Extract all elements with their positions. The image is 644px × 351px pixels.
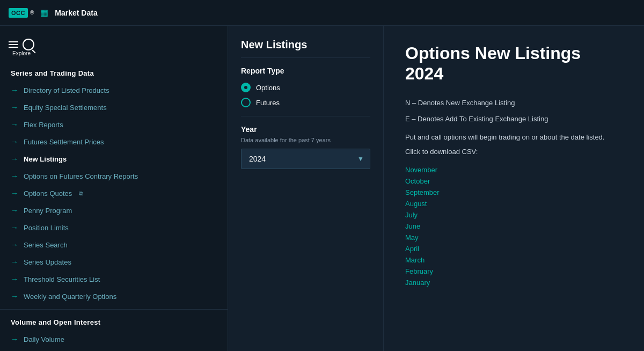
info-line-2: E – Denotes Add To Existing Exchange Lis…: [405, 113, 623, 125]
data-available-text: Data available for the past 7 years: [241, 137, 370, 143]
middle-panel-title: New Listings: [241, 39, 370, 58]
month-link-february[interactable]: February: [405, 266, 623, 277]
sidebar-item-futures-settlement[interactable]: → Futures Settlement Prices: [0, 133, 228, 150]
sidebar-item-label: Equity Special Settlements: [24, 104, 107, 112]
sidebar-item-penny-program[interactable]: → Penny Program: [0, 202, 228, 219]
arrow-icon: →: [11, 172, 18, 180]
sidebar-item-series-updates[interactable]: → Series Updates: [0, 253, 228, 270]
occ-logo: OCC: [9, 8, 28, 18]
radio-circle-futures: [241, 98, 251, 107]
chart-icon: ▦: [40, 8, 48, 18]
sidebar-item-flex[interactable]: → Flex Reports: [0, 116, 228, 133]
year-select-wrapper: 2024 2023 2022 2021 2020 2019 2018 ▼: [241, 149, 370, 169]
month-link-october[interactable]: October: [405, 176, 623, 187]
arrow-icon: →: [11, 223, 18, 232]
sidebar-item-label: Futures Settlement Prices: [24, 138, 104, 146]
arrow-icon: →: [11, 103, 18, 112]
radio-circle-options: [241, 83, 251, 92]
main-layout: Explore Series and Trading Data → Direct…: [0, 26, 644, 351]
sidebar-item-label: Series Search: [24, 241, 68, 249]
sidebar-item-weekly-quarterly[interactable]: → Weekly and Quarterly Options: [0, 288, 228, 305]
arrow-icon: →: [11, 86, 18, 94]
sidebar-item-label: Options Quotes: [24, 189, 72, 198]
radio-label-options: Options: [256, 84, 280, 92]
sidebar-item-options-quotes[interactable]: → Options Quotes ⧉: [0, 185, 228, 202]
month-link-august[interactable]: August: [405, 198, 623, 209]
sidebar-item-new-listings[interactable]: → New Listings: [0, 150, 228, 167]
sidebar-item-label: Directory of Listed Products: [24, 86, 109, 94]
sidebar-item-label: Daily Volume: [24, 335, 64, 343]
sidebar-item-label: Weekly and Quarterly Options: [24, 292, 116, 301]
report-type-label: Report Type: [241, 67, 370, 75]
arrow-icon: →: [11, 240, 18, 249]
info-line-1: N – Denotes New Exchange Listing: [405, 97, 623, 109]
radio-futures[interactable]: Futures: [241, 98, 370, 107]
month-link-may[interactable]: May: [405, 232, 623, 243]
sidebar-item-equity[interactable]: → Equity Special Settlements: [0, 99, 228, 116]
sidebar-item-label: New Listings: [24, 155, 67, 163]
section2-title: Volume and Open Interest: [0, 314, 228, 331]
sidebar-item-label: Options on Futures Contrary Reports: [24, 172, 138, 180]
search-icon: [23, 39, 34, 50]
sidebar-item-options-futures-contrary[interactable]: → Options on Futures Contrary Reports: [0, 167, 228, 185]
year-label: Year: [241, 125, 370, 134]
month-link-june[interactable]: June: [405, 221, 623, 232]
sidebar-item-label: Threshold Securities List: [24, 275, 100, 283]
sidebar-item-label: Position Limits: [24, 224, 69, 232]
sidebar-item-label: Penny Program: [24, 207, 72, 215]
sidebar-item-label: Flex Reports: [24, 121, 63, 129]
sidebar-item-directory[interactable]: → Directory of Listed Products: [0, 82, 228, 99]
month-link-march[interactable]: March: [405, 254, 623, 266]
explore-button[interactable]: Explore: [9, 39, 34, 56]
arrow-icon: →: [11, 137, 18, 146]
topbar-title: Market Data: [55, 9, 97, 17]
radio-options[interactable]: Options: [241, 83, 370, 92]
month-link-september[interactable]: September: [405, 187, 623, 198]
sidebar-item-daily-volume[interactable]: → Daily Volume: [0, 331, 228, 348]
section1-title: Series and Trading Data: [0, 65, 228, 82]
csv-text: Click to download CSV:: [405, 148, 623, 156]
panel-divider: [241, 116, 370, 116]
sidebar-item-series-search[interactable]: → Series Search: [0, 236, 228, 253]
month-link-april[interactable]: April: [405, 243, 623, 254]
sidebar-item-position-limits[interactable]: → Position Limits: [0, 219, 228, 236]
right-panel: Options New Listings 2024 N – Denotes Ne…: [384, 26, 644, 351]
arrow-icon: →: [11, 292, 18, 301]
explore-label: Explore: [12, 50, 31, 56]
put-call-text: Put and call options will begin trading …: [405, 131, 623, 143]
sidebar-divider: [0, 309, 228, 310]
occ-dot: ®: [30, 10, 34, 16]
radio-label-futures: Futures: [256, 99, 280, 107]
month-link-july[interactable]: July: [405, 209, 623, 221]
arrow-icon: →: [11, 206, 18, 215]
right-panel-title: Options New Listings 2024: [405, 43, 623, 84]
arrow-icon: →: [11, 275, 18, 283]
arrow-icon: →: [11, 189, 18, 198]
sidebar: Explore Series and Trading Data → Direct…: [0, 26, 228, 351]
arrow-icon: →: [11, 258, 18, 266]
report-type-group: Options Futures: [241, 83, 370, 107]
sidebar-item-exchange-volume[interactable]: → Exchange Volume by Class: [0, 348, 228, 351]
year-select[interactable]: 2024 2023 2022 2021 2020 2019 2018: [241, 149, 370, 169]
hamburger-icon: [9, 41, 18, 48]
explore-section: Explore: [0, 34, 228, 65]
arrow-icon: →: [11, 335, 18, 343]
external-link-icon: ⧉: [79, 190, 83, 197]
arrow-icon: →: [11, 120, 18, 129]
middle-panel: New Listings Report Type Options Futures…: [228, 26, 384, 351]
arrow-icon: →: [11, 155, 18, 163]
topbar: OCC ® ▦ Market Data: [0, 0, 644, 26]
month-link-january[interactable]: January: [405, 277, 623, 288]
month-link-november[interactable]: November: [405, 164, 623, 176]
sidebar-item-label: Series Updates: [24, 258, 71, 266]
sidebar-item-threshold[interactable]: → Threshold Securities List: [0, 270, 228, 288]
